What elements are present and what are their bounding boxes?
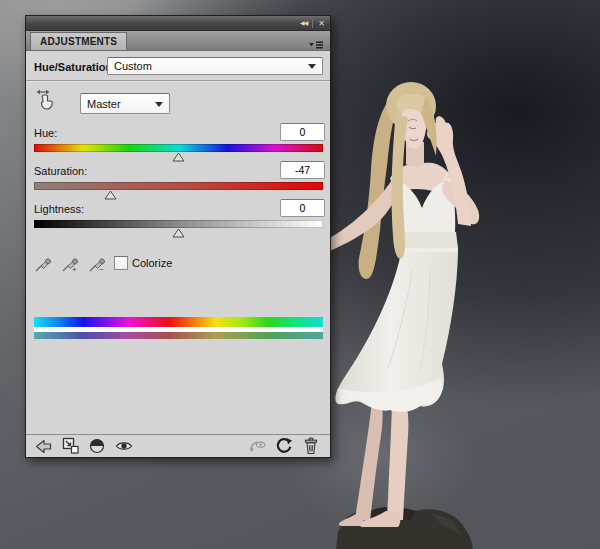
colorize-checkbox[interactable] — [114, 256, 128, 270]
clip-to-layer-button[interactable] — [60, 437, 80, 455]
lightness-label: Lightness: — [34, 203, 84, 215]
view-previous-state-button[interactable] — [247, 437, 267, 455]
saturation-label: Saturation: — [34, 165, 87, 177]
adjustments-panel: ◀◀ ✕ ADJUSTMENTS Hue/Saturation Custom — [25, 15, 331, 458]
lightness-value-input[interactable]: 0 — [280, 199, 325, 217]
original-hue-ramp — [34, 317, 323, 327]
saturation-slider-track[interactable] — [34, 182, 323, 190]
photoshop-workspace: ◀◀ ✕ ADJUSTMENTS Hue/Saturation Custom — [0, 0, 600, 549]
photo-canvas[interactable] — [300, 60, 600, 549]
panel-tabbar: ADJUSTMENTS — [26, 31, 330, 51]
targeted-adjustment-tool-icon[interactable] — [35, 88, 57, 114]
lightness-slider-thumb[interactable] — [172, 228, 185, 238]
adjustment-title: Hue/Saturation — [34, 61, 112, 73]
divider — [26, 80, 330, 82]
svg-text:−: − — [99, 265, 104, 273]
expanded-view-button[interactable] — [87, 437, 107, 455]
panel-footer — [26, 434, 330, 457]
collapse-to-icons-icon[interactable]: ◀◀ — [295, 17, 312, 30]
colorize-label: Colorize — [132, 257, 172, 269]
eyedropper-icon[interactable] — [34, 253, 54, 273]
hue-value-input[interactable]: 0 — [280, 123, 325, 141]
reset-button[interactable] — [274, 437, 294, 455]
preset-value: Custom — [114, 60, 152, 72]
hue-slider-track[interactable] — [34, 144, 323, 152]
svg-text:+: + — [72, 265, 77, 273]
tab-adjustments[interactable]: ADJUSTMENTS — [30, 32, 127, 50]
chevron-down-icon — [308, 64, 316, 69]
hue-label: Hue: — [34, 127, 57, 139]
saturation-thumb-row — [34, 190, 323, 200]
saturation-slider-thumb[interactable] — [104, 190, 117, 200]
lightness-slider-track[interactable] — [34, 220, 323, 228]
channel-value: Master — [87, 98, 121, 110]
eyedropper-group: + − — [34, 253, 108, 273]
return-to-adjustment-list-button[interactable] — [33, 437, 53, 455]
subtract-eyedropper-icon[interactable]: − — [88, 253, 108, 273]
hue-slider-thumb[interactable] — [172, 152, 185, 162]
add-eyedropper-icon[interactable]: + — [61, 253, 81, 273]
front-leg — [387, 404, 408, 520]
saturation-value-input[interactable]: -47 — [280, 161, 325, 179]
preset-dropdown[interactable]: Custom — [107, 57, 323, 75]
close-icon[interactable]: ✕ — [313, 17, 330, 30]
channel-dropdown[interactable]: Master — [80, 93, 170, 114]
model-figure — [327, 82, 479, 549]
lightness-thumb-row — [34, 228, 323, 238]
panel-content: Hue/Saturation Custom Master Hue: 0 — [26, 51, 330, 436]
panel-titlebar: ◀◀ ✕ — [26, 16, 330, 31]
adjusted-hue-ramp — [34, 332, 323, 339]
delete-adjustment-button[interactable] — [301, 437, 321, 455]
chevron-down-icon — [155, 102, 163, 107]
toggle-visibility-button[interactable] — [114, 437, 134, 455]
hue-thumb-row — [34, 152, 323, 162]
back-leg — [356, 402, 383, 521]
